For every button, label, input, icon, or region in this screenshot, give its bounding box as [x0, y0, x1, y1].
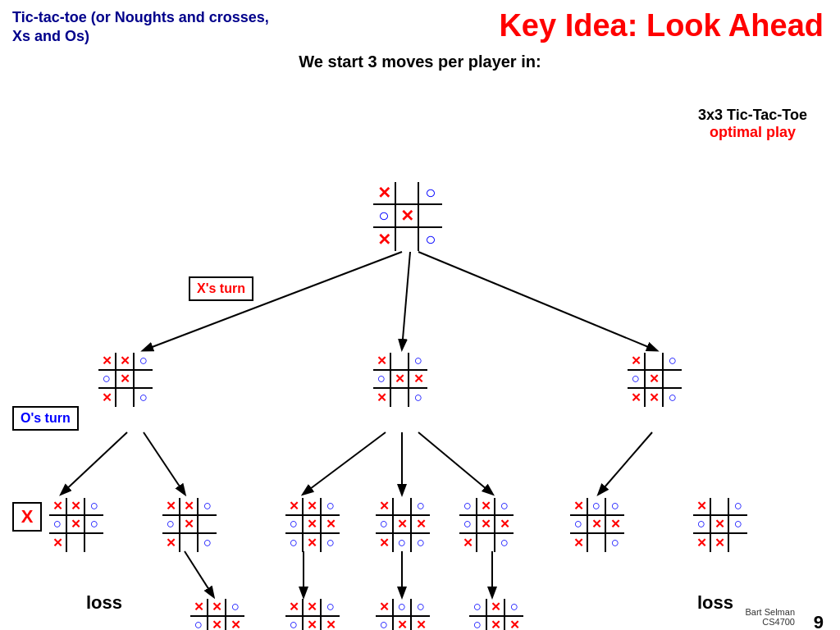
svg-line-0	[144, 252, 402, 350]
page-number: 9	[814, 612, 824, 630]
svg-line-1	[402, 252, 410, 349]
svg-line-5	[304, 432, 386, 494]
level3-board-3: ✕ ✕ ○ ○ ✕ ✕ ○ ✕ ○	[285, 498, 340, 552]
diagram: ✕ ○ ○ ✕ ✕ ○ X's turn O's turn X ✕ ✕ ○ ○ …	[0, 75, 840, 630]
author-name: Bart Selman	[745, 607, 795, 617]
right-child-board: ✕ ○ ○ ✕ ✕ ✕ ○	[628, 353, 682, 407]
middle-child-board: ✕ ○ ○ ✕ ✕ ✕ ○	[373, 353, 427, 407]
x-box: X	[12, 502, 42, 532]
level3-board-2: ✕ ✕ ○ ○ ✕ ✕ ○	[162, 498, 217, 552]
subtitle: Tic-tac-toe (or Noughts and crosses, Xs …	[12, 8, 275, 47]
o-turn-label: O's turn	[12, 406, 79, 431]
header: Tic-tac-toe (or Noughts and crosses, Xs …	[0, 0, 840, 51]
svg-line-9	[185, 551, 213, 596]
level4-board-1: ✕ ✕ ○ ○ ✕ ✕ ✕ ○ ○	[190, 599, 244, 630]
svg-line-4	[144, 432, 185, 494]
svg-line-3	[62, 432, 127, 494]
left-child-board: ✕ ✕ ○ ○ ✕ ✕ ○	[98, 353, 153, 407]
root-board: ✕ ○ ○ ✕ ✕ ○	[373, 182, 442, 251]
level3-board-4: ✕ ○ ○ ✕ ✕ ✕ ○ ○	[376, 498, 430, 552]
level4-board-2: ✕ ✕ ○ ○ ✕ ✕ ✕ ○ ○	[285, 599, 340, 630]
level4-board-3: ✕ ○ ○ ○ ✕ ✕ ✕ ○ ✕	[376, 599, 430, 630]
svg-line-2	[418, 252, 656, 350]
loss-label-left: loss	[86, 592, 122, 614]
svg-line-7	[418, 432, 492, 494]
author-course: CS4700	[745, 617, 795, 627]
main-title: Key Idea: Look Ahead	[499, 8, 824, 43]
level3-board-5: ○ ✕ ○ ○ ✕ ✕ ✕ ○	[459, 498, 514, 552]
level3-board-7: ✕ ○ ○ ✕ ○ ✕ ✕	[693, 498, 747, 552]
level4-board-4: ○ ✕ ○ ○ ✕ ✕ ✕ ✕ ○	[469, 599, 523, 630]
loss-label-right: loss	[697, 592, 733, 614]
author-info: Bart Selman CS4700	[745, 607, 795, 627]
start-text: We start 3 moves per player in:	[0, 52, 840, 71]
level3-board-1: ✕ ✕ ○ ○ ✕ ○ ✕	[49, 498, 103, 552]
level3-board-6: ✕ ○ ○ ○ ✕ ✕ ✕ ○	[570, 498, 624, 552]
svg-line-8	[599, 432, 652, 494]
x-turn-label: X's turn	[189, 276, 253, 301]
